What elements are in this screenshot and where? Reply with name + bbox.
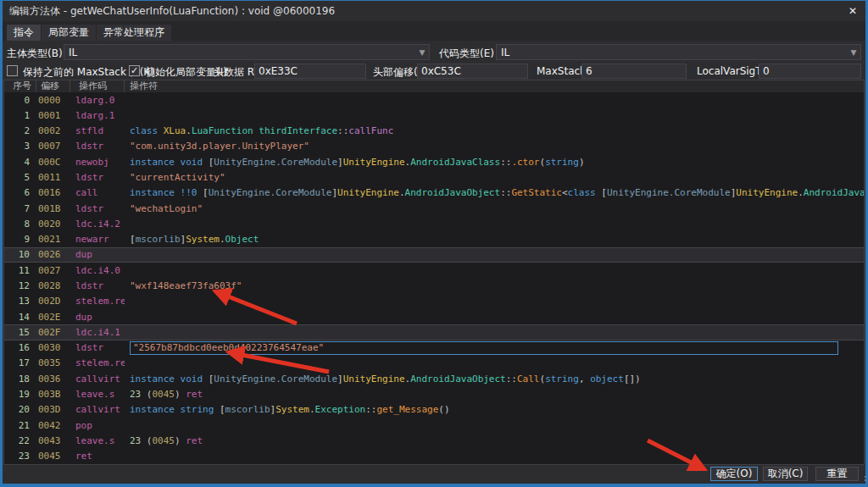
operand-token: < [562, 187, 568, 198]
table-row[interactable]: 50011ldstr"currentActivity" [4, 169, 864, 185]
operand-token: AndroidJavaClass [410, 157, 500, 168]
operand-token: :: [365, 404, 376, 415]
column-header[interactable]: 序号 [4, 80, 36, 92]
operand-token: ( [141, 389, 152, 400]
row-offset: 0007 [36, 141, 70, 152]
maxstack-label: MaxStack [537, 65, 586, 77]
row-opcode: leave.s [70, 435, 125, 446]
operand-token: string [545, 157, 579, 168]
operand-token: mscorlib [225, 404, 270, 415]
chevron-down-icon: ▼ [847, 48, 860, 57]
operand-token: , [579, 374, 590, 385]
row-operand: class XLua.LuaFunction thirdInterface::c… [125, 125, 864, 136]
table-row[interactable]: 15002Fldc.i4.1 [4, 324, 864, 340]
tab-局部变量[interactable]: 局部变量 [42, 25, 96, 41]
table-row[interactable]: 230045ret [4, 448, 864, 463]
column-header[interactable]: 偏移 [36, 80, 70, 92]
row-opcode: ldstr [70, 342, 125, 353]
row-index: 4 [4, 157, 36, 168]
table-row[interactable]: 19003Bleave.s23 (0045) ret [4, 386, 864, 401]
row-opcode: newobj [70, 157, 125, 168]
row-index: 10 [4, 249, 36, 260]
header-offset-input[interactable] [417, 64, 528, 79]
row-index: 2 [4, 125, 36, 136]
table-row[interactable]: 4000Cnewobjinstance void [UnityEngine.Co… [4, 154, 864, 169]
reset-button[interactable]: 重置 [815, 467, 859, 481]
tab-指令[interactable]: 指令 [7, 25, 41, 41]
operand-token: UnityEngine [337, 187, 399, 198]
row-index: 20 [4, 404, 36, 415]
row-offset: 0002 [36, 125, 70, 136]
operand-token: [ [203, 187, 209, 198]
row-offset: 0043 [36, 435, 70, 446]
operand-token: . [186, 125, 192, 136]
table-row[interactable]: 00000ldarg.0 [4, 92, 864, 108]
column-header[interactable]: 操作符 [125, 80, 864, 92]
row-index: 19 [4, 389, 36, 400]
table-row[interactable]: 210042pop [4, 418, 864, 433]
operand-token: UnityEngine.CoreModule [209, 187, 332, 198]
row-index: 1 [4, 110, 36, 121]
row-index: 22 [4, 435, 36, 446]
row-offset: 0026 [36, 249, 70, 260]
operand-token: string [545, 374, 579, 385]
operand-token: [ [130, 234, 136, 245]
operand-token: ret [186, 389, 203, 400]
table-row[interactable]: 20002stfldclass XLua.LuaFunction thirdIn… [4, 124, 864, 139]
resize-grip[interactable] [861, 479, 863, 481]
tab-异常处理程序[interactable]: 异常处理程序 [97, 25, 171, 41]
table-row[interactable]: 80020ldc.i4.2 [4, 216, 864, 231]
table-row[interactable]: 90021newarr[mscorlib]System.Object [4, 232, 864, 247]
row-operand: instance string [mscorlib]System.Excepti… [125, 404, 864, 415]
code-type-label: 代码类型(E) [439, 47, 494, 61]
row-offset: 000C [36, 157, 70, 168]
header-rva-input[interactable] [254, 64, 366, 79]
row-index: 18 [4, 374, 36, 385]
operand-token: []) [624, 374, 641, 385]
operand-token: get_Message [376, 404, 438, 415]
operand-token: UnityEngine [343, 157, 405, 168]
column-header[interactable]: 操作码 [70, 80, 125, 92]
table-row[interactable]: 20003Dcallvirtinstance string [mscorlib]… [4, 402, 864, 418]
window-border-bottom [0, 484, 868, 487]
body-type-combobox[interactable]: IL ▼ [64, 44, 430, 60]
window-title: 编辑方法体 - getWeChatUserInfo(LuaFunction) :… [3, 4, 335, 19]
table-row[interactable]: 13002Dstelem.ref [4, 294, 864, 309]
table-row[interactable]: 100026dup [4, 247, 864, 263]
init-locals-checkbox[interactable]: ✓ [129, 65, 140, 76]
localvarsigtok-input[interactable] [759, 64, 861, 79]
table-row[interactable]: 10001ldarg.1 [4, 108, 864, 123]
row-offset: 0027 [36, 265, 70, 276]
operand-token: UnityEngine [736, 187, 798, 198]
operand-token: 0045 [153, 435, 175, 446]
operand-token: instance !!0 [130, 187, 203, 198]
row-index: 12 [4, 280, 36, 291]
table-row[interactable]: 30007ldstr"com.unity3d.player.UnityPlaye… [4, 139, 864, 154]
row-offset: 003B [36, 389, 70, 400]
operand-token: :: [500, 157, 511, 168]
row-opcode: dup [70, 312, 125, 323]
table-row[interactable]: 180036callvirtinstance void [UnityEngine… [4, 371, 864, 386]
code-type-combobox[interactable]: IL ▼ [496, 44, 861, 60]
maxstack-input[interactable] [581, 64, 687, 79]
operand-token: LuaFunction [192, 125, 253, 136]
table-row[interactable]: 14002Edup [4, 309, 864, 324]
row-operand: 23 (0045) ret [125, 435, 864, 446]
table-row[interactable]: 220043leave.s23 (0045) ret [4, 433, 864, 448]
table-row[interactable]: 120028ldstr"wxf148eaef73fa603f" [4, 278, 864, 293]
row-opcode: leave.s [70, 389, 125, 400]
table-row[interactable]: 60016callinstance !!0 [UnityEngine.CoreM… [4, 185, 864, 201]
table-row[interactable]: 170035stelem.ref [4, 356, 864, 371]
ok-button[interactable]: 确定(O) [710, 467, 758, 481]
row-opcode: dup [70, 249, 125, 260]
table-row[interactable]: 7001Bldstr"wechatLogin" [4, 201, 864, 216]
close-icon[interactable]: ✕ [843, 3, 862, 19]
cancel-button[interactable]: 取消(C) [763, 467, 808, 481]
keep-maxstack-checkbox[interactable] [7, 65, 18, 76]
table-row[interactable]: 110027ldc.i4.0 [4, 263, 864, 278]
operand-token: "com.unity3d.player.UnityPlayer" [130, 141, 309, 152]
operand-token: class [130, 125, 164, 136]
operand-token: UnityEngine.CoreModule [607, 187, 731, 198]
operand-editor[interactable]: "2567b87bdbcd0eeb0d40223764547eae" [130, 341, 838, 355]
table-row[interactable]: 160030ldstr"2567b87bdbcd0eeb0d4022376454… [4, 340, 864, 356]
